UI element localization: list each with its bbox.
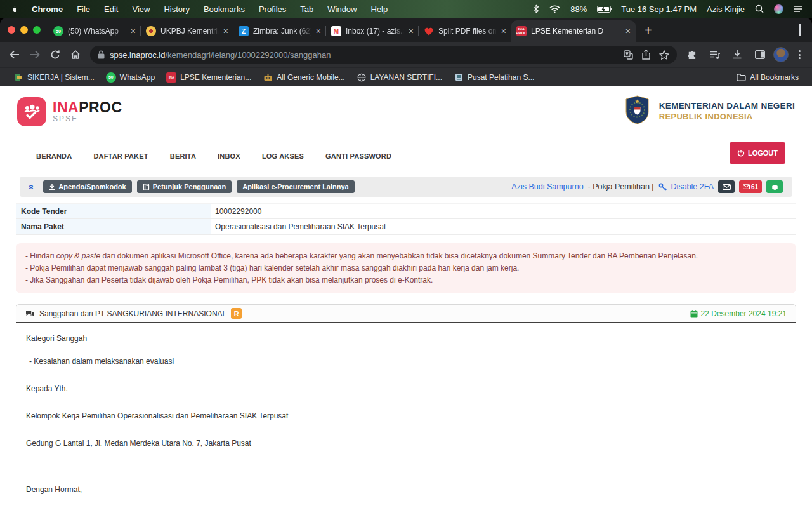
downloads-icon[interactable] xyxy=(728,45,747,64)
menubar-bookmarks[interactable]: Bookmarks xyxy=(204,4,245,14)
menubar-history[interactable]: History xyxy=(164,4,189,14)
logout-button[interactable]: LOGOUT xyxy=(730,142,785,164)
inaproc-logo[interactable]: INAPROC SPSE xyxy=(17,97,122,126)
petunjuk-button[interactable]: Petunjuk Penggunaan xyxy=(137,180,232,193)
wifi-icon[interactable] xyxy=(549,5,560,13)
chrome-window: 50 (50) WhatsApp × UKPBJ Kementrian D × … xyxy=(0,18,812,508)
spotlight-search-icon[interactable] xyxy=(755,4,764,13)
menubar-tab[interactable]: Tab xyxy=(300,4,313,14)
tab-gmail[interactable]: M Inbox (17) - azis.bud × xyxy=(326,20,419,42)
new-tab-button[interactable]: + xyxy=(636,23,661,42)
sanggahan-title: Sanggahan dari PT SANGKURIANG INTERNASIO… xyxy=(39,309,226,318)
close-tab-icon[interactable]: × xyxy=(501,26,506,36)
utility-toolbar: « Apendo/Spamkodok Petunjuk Penggunaan A… xyxy=(20,177,792,197)
bookmark-sikerja[interactable]: SIKERJA | Sistem... xyxy=(8,70,100,84)
spse-page: INAPROC SPSE KEMENTERIAN DALAM NEGERI RE… xyxy=(0,86,812,508)
menubar-clock[interactable]: Tue 16 Sep 1.47 PM xyxy=(621,4,697,14)
user-role-text: - Pokja Pemilihan | xyxy=(588,182,654,191)
close-tab-icon[interactable]: × xyxy=(223,26,228,36)
menubar-window[interactable]: Window xyxy=(327,4,357,14)
bookmark-pusat-pelatihan[interactable]: Pusat Pelatihan S... xyxy=(448,70,540,84)
address-bar[interactable]: spse.inaproc.id/kemendagri/lelang/100022… xyxy=(90,46,677,64)
collapse-chevrons-icon[interactable]: « xyxy=(27,184,37,189)
tab-splitpdf[interactable]: Split PDF files online × xyxy=(419,20,511,42)
nav-log-akses[interactable]: LOG AKSES xyxy=(262,152,304,160)
bookmark-layanan[interactable]: LAYANAN SERTIFI... xyxy=(351,70,448,84)
minimize-window-button[interactable] xyxy=(20,26,28,34)
user-profile-link[interactable]: Azis Budi Sampurno xyxy=(511,182,583,191)
forward-icon[interactable] xyxy=(25,45,44,64)
reload-icon[interactable] xyxy=(46,45,65,64)
battery-icon[interactable] xyxy=(597,6,611,13)
close-tab-icon[interactable]: × xyxy=(131,26,136,36)
whatsapp-icon: 50 xyxy=(106,72,116,83)
close-tab-icon[interactable]: × xyxy=(316,26,321,36)
zoom-window-button[interactable] xyxy=(33,26,41,34)
back-icon[interactable] xyxy=(5,45,24,64)
tab-zimbra[interactable]: Z Zimbra: Junk (62) × xyxy=(233,20,326,42)
warning-notice: - Hindari copy & paste dari dokumen apli… xyxy=(16,243,796,293)
paragraph-kelompok: Kelompok Kerja Pemilihan Operasionalisas… xyxy=(26,411,786,420)
eproc-lainnya-button[interactable]: Aplikasi e-Procurement Lainnya xyxy=(237,180,355,193)
key-icon xyxy=(658,183,667,191)
bookmark-whatsapp[interactable]: 50 WhatsApp xyxy=(100,70,160,84)
url-text[interactable]: spse.inaproc.id/kemendagri/lelang/100022… xyxy=(110,50,331,60)
paragraph-hormat: Dengan Hormat, xyxy=(26,485,786,494)
nav-beranda[interactable]: BERANDA xyxy=(36,152,72,160)
disable-2fa-link[interactable]: Disable 2FA xyxy=(671,182,714,191)
open-box-icon xyxy=(771,184,778,190)
notice-line-1: - Hindari copy & paste dari dokumen apli… xyxy=(25,250,787,262)
ministry-logo: KEMENTERIAN DALAM NEGERI REPUBLIK INDONE… xyxy=(624,95,795,127)
close-tab-icon[interactable]: × xyxy=(625,26,631,36)
close-tab-icon[interactable]: × xyxy=(409,26,414,36)
tab-search-chevron-icon[interactable] xyxy=(799,24,801,42)
tender-info-table: Kode Tender 10002292000 Nama Paket Opera… xyxy=(16,203,796,235)
apendo-button[interactable]: Apendo/Spamkodok xyxy=(43,180,131,193)
profile-avatar[interactable] xyxy=(773,47,789,62)
lock-icon[interactable] xyxy=(98,50,105,59)
tab-ukpbj[interactable]: UKPBJ Kementrian D × xyxy=(141,20,233,42)
row-label: Kode Tender xyxy=(16,204,211,218)
nav-daftar-paket[interactable]: DAFTAR PAKET xyxy=(93,152,148,160)
menubar-account[interactable]: Azis Kinjie xyxy=(707,4,745,14)
inbox-mail-button[interactable] xyxy=(718,180,735,193)
chat-bubbles-icon xyxy=(25,310,35,318)
tab-lpse-active[interactable]: INA PROC LPSE Kementerian D × xyxy=(511,20,636,42)
bookmarks-bar: SIKERJA | Sistem... 50 WhatsApp INA LPSE… xyxy=(0,67,812,86)
nav-ganti-password[interactable]: GANTI PASSWORD xyxy=(325,152,391,160)
control-center-icon[interactable] xyxy=(794,5,803,13)
close-window-button[interactable] xyxy=(8,26,15,34)
menubar-profiles[interactable]: Profiles xyxy=(259,4,286,14)
all-bookmarks[interactable]: All Bookmarks xyxy=(730,70,804,84)
bluetooth-icon[interactable] xyxy=(533,4,539,13)
menubar-app-name[interactable]: Chrome xyxy=(32,4,63,14)
apple-logo-icon[interactable] xyxy=(9,4,18,14)
nav-berita[interactable]: BERITA xyxy=(170,152,196,160)
inaproc-icon: INA xyxy=(166,72,176,83)
tab-whatsapp[interactable]: 50 (50) WhatsApp × xyxy=(48,20,141,42)
nama-paket-value: Operasionalisasi dan Pemeliharaan SIAK T… xyxy=(211,222,386,231)
envelope-icon xyxy=(743,184,750,189)
paragraph-gedung: Gedung G Lantai 1, Jl. Medan Merdeka Uta… xyxy=(26,439,786,448)
side-panel-icon[interactable] xyxy=(750,45,769,64)
chrome-menu-kebab-icon[interactable] xyxy=(792,46,807,63)
translate-icon[interactable] xyxy=(624,50,633,60)
siri-icon[interactable] xyxy=(774,4,783,14)
menubar-edit[interactable]: Edit xyxy=(104,4,118,14)
menubar-view[interactable]: View xyxy=(132,4,150,14)
ministry-country: REPUBLIK INDONESIA xyxy=(659,112,795,121)
menubar-help[interactable]: Help xyxy=(371,4,388,14)
unread-mail-button[interactable]: 61 xyxy=(739,180,762,193)
reading-list-icon[interactable] xyxy=(705,45,724,64)
nav-inbox[interactable]: INBOX xyxy=(218,152,240,160)
extensions-puzzle-icon[interactable] xyxy=(682,45,701,64)
window-controls xyxy=(8,18,48,42)
green-app-button[interactable] xyxy=(766,180,783,193)
ministry-name: KEMENTERIAN DALAM NEGERI xyxy=(659,101,795,110)
bookmark-lpse[interactable]: INA LPSE Kementerian... xyxy=(160,70,257,84)
menubar-file[interactable]: File xyxy=(77,4,90,14)
share-icon[interactable] xyxy=(642,50,650,60)
bookmark-generic-mobile[interactable]: All Generic Mobile... xyxy=(257,70,350,84)
bookmark-star-icon[interactable] xyxy=(659,50,669,60)
home-icon[interactable] xyxy=(66,45,85,64)
